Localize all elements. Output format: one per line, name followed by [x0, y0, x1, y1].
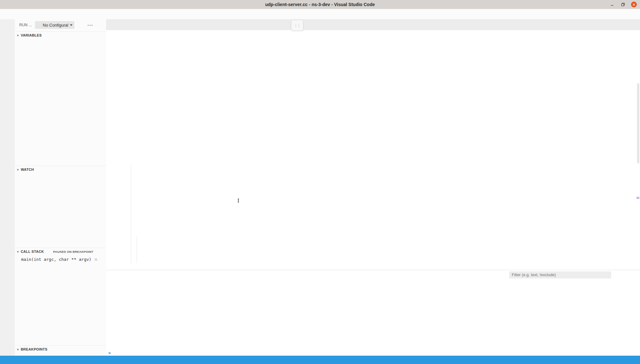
drag-handle[interactable]: ⋮⋮	[294, 23, 300, 28]
filter-input[interactable]	[509, 273, 611, 277]
close-panel-icon[interactable]	[632, 272, 637, 277]
vscode-window: udp-client-server.cc - ns-3-dev - Visual…	[0, 0, 640, 364]
window-title: udp-client-server.cc - ns-3-dev - Visual…	[265, 2, 375, 7]
breadcrumb	[106, 30, 640, 38]
bottom-panel: >	[106, 270, 640, 356]
debug-sidebar: RUN ... No Configural ··· ∨ VARIABLES ∨ …	[15, 19, 106, 356]
restore-button[interactable]	[620, 2, 626, 7]
maximize-panel-icon[interactable]	[622, 272, 627, 277]
breakpoint-item[interactable]	[15, 352, 106, 356]
breakpoints-section-header[interactable]: ∨ BREAKPOINTS	[15, 345, 106, 353]
run-label: RUN ...	[19, 23, 32, 27]
debug-console-output[interactable]	[116, 280, 505, 351]
start-debug-icon[interactable]	[37, 23, 41, 27]
paused-on-breakpoint-badge: PAUSED ON BREAKPOINT	[53, 250, 93, 253]
debug-settings-gear-icon[interactable]	[78, 22, 84, 28]
indent-guide	[131, 164, 131, 263]
debug-config-dropdown[interactable]: No Configural	[35, 21, 74, 29]
call-stack-section-header[interactable]: ∨ CALL STACK PAUSED ON BREAKPOINT	[15, 248, 106, 255]
activity-bar	[0, 19, 15, 356]
minimap[interactable]	[596, 39, 636, 127]
run-bar: RUN ... No Configural ···	[15, 19, 106, 31]
minimize-button[interactable]	[609, 2, 615, 7]
panel-action-icons	[613, 272, 637, 277]
console-filter[interactable]	[509, 271, 611, 278]
current-line-ruler-mark	[636, 197, 639, 199]
editor-group: ⋮⋮ I >	[106, 19, 640, 356]
mouse-cursor: I	[237, 198, 240, 203]
window-controls: ✕	[609, 0, 637, 9]
title-bar: udp-client-server.cc - ns-3-dev - Visual…	[0, 0, 640, 9]
status-bar	[0, 356, 640, 364]
close-button[interactable]: ✕	[631, 2, 637, 7]
console-prompt[interactable]: >	[108, 351, 111, 356]
variables-section-header[interactable]: ∨ VARIABLES	[15, 31, 106, 39]
editor-tabs	[106, 19, 640, 30]
editor-scrollbar[interactable]	[637, 38, 640, 270]
watch-section-header[interactable]: ∨ WATCH	[15, 166, 106, 173]
call-stack-frame[interactable]: main(int argc, char ** argv) u.	[15, 255, 106, 263]
indent-guide	[137, 236, 137, 263]
debug-config-label: No Configural	[43, 23, 68, 28]
more-actions-icon[interactable]: ···	[88, 22, 93, 28]
code-editor[interactable]: I	[106, 38, 640, 270]
clear-filter-icon[interactable]	[613, 272, 618, 277]
chevron-down-icon	[70, 24, 72, 26]
debug-toolbar: ⋮⋮	[291, 20, 303, 31]
menu-bar	[0, 9, 640, 19]
